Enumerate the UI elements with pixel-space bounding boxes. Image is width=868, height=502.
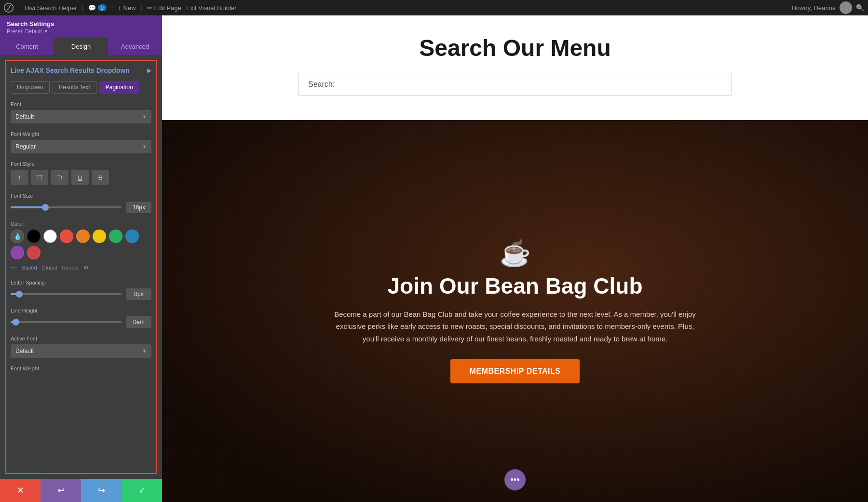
section-collapse-icon[interactable]: ▶ bbox=[147, 67, 151, 74]
font-weight-label: Font Weight bbox=[11, 131, 151, 137]
line-height-field-group: Line Height 0em bbox=[11, 308, 151, 328]
search-box[interactable]: Search: bbox=[298, 73, 732, 96]
color-settings-icon[interactable]: ⚙ bbox=[83, 264, 89, 271]
three-dots-fab[interactable]: ••• bbox=[504, 469, 526, 490]
color-tabs-row: ··· Saved Global Recent ⚙ bbox=[11, 263, 151, 272]
font-size-field-group: Font Size 16px bbox=[11, 193, 151, 213]
line-height-value[interactable]: 0em bbox=[126, 316, 151, 328]
font-weight2-label: Font Weight bbox=[11, 366, 151, 371]
admin-bar-left: | Divi Search Helper | 💬 0 | + New | ✏ E… bbox=[4, 3, 786, 13]
active-font-select[interactable]: Default bbox=[11, 344, 151, 358]
custom-swatch[interactable] bbox=[27, 246, 41, 259]
font-size-label: Font Size bbox=[11, 193, 151, 199]
sub-tab-dropdown[interactable]: Dropdown bbox=[11, 81, 50, 94]
orange-swatch[interactable] bbox=[76, 230, 90, 243]
sub-tab-results-text[interactable]: Results Text bbox=[53, 81, 96, 94]
panel-tabs: Content Design Advanced bbox=[0, 38, 162, 55]
red-swatch[interactable] bbox=[60, 230, 73, 243]
blue-swatch[interactable] bbox=[125, 230, 139, 243]
line-height-slider[interactable] bbox=[11, 321, 122, 323]
sub-tab-pagination[interactable]: Pagination bbox=[99, 81, 139, 94]
green-swatch[interactable] bbox=[109, 230, 122, 243]
save-button[interactable]: ✓ bbox=[122, 479, 162, 502]
coffee-title: Join Our Bean Bag Club bbox=[327, 274, 703, 298]
avatar bbox=[840, 1, 852, 14]
search-section: Search Our Menu Search: bbox=[162, 15, 868, 120]
undo-button[interactable]: ↩ bbox=[41, 479, 81, 502]
main-layout: Search Settings Preset: Default ▼ Conten… bbox=[0, 15, 868, 502]
purple-swatch[interactable] bbox=[11, 246, 24, 259]
admin-search-icon[interactable]: 🔍 bbox=[856, 4, 864, 12]
tab-content[interactable]: Content bbox=[0, 38, 54, 55]
font-weight-select-wrapper: Regular bbox=[11, 140, 151, 153]
font-select[interactable]: Default bbox=[11, 110, 151, 123]
color-tab-recent[interactable]: Recent bbox=[62, 265, 79, 271]
font-weight-select[interactable]: Regular bbox=[11, 140, 151, 153]
coffee-description: Become a part of our Bean Bag Club and t… bbox=[327, 308, 703, 345]
tab-advanced[interactable]: Advanced bbox=[108, 38, 162, 55]
admin-separator-4: | bbox=[140, 4, 142, 11]
active-font-select-wrapper: Default bbox=[11, 344, 151, 358]
coffee-section: ☕ Join Our Bean Bag Club Become a part o… bbox=[162, 120, 868, 502]
yellow-swatch[interactable] bbox=[93, 230, 106, 243]
letter-spacing-slider[interactable] bbox=[11, 293, 122, 295]
white-swatch[interactable] bbox=[43, 230, 57, 243]
font-size-slider-row: 16px bbox=[11, 202, 151, 213]
admin-separator-1: | bbox=[18, 4, 20, 11]
close-button[interactable]: ✕ bbox=[0, 479, 41, 502]
letter-spacing-label: Letter Spacing bbox=[11, 280, 151, 285]
color-tab-global[interactable]: Global bbox=[42, 265, 57, 271]
color-tab-saved[interactable]: Saved bbox=[22, 265, 37, 271]
tab-design[interactable]: Design bbox=[54, 38, 108, 55]
exit-builder-link[interactable]: Exit Visual Builder bbox=[186, 4, 237, 12]
wp-logo-icon[interactable] bbox=[4, 3, 14, 13]
line-height-slider-row: 0em bbox=[11, 316, 151, 328]
uppercase-button[interactable]: TT bbox=[31, 170, 48, 185]
right-content: Search Our Menu Search: ☕ Join Our Bean … bbox=[162, 15, 868, 502]
font-select-wrapper: Default bbox=[11, 110, 151, 123]
section-header: Live AJAX Search Results Dropdown ▶ bbox=[11, 67, 151, 74]
more-swatches-icon[interactable]: ··· bbox=[11, 263, 17, 272]
letter-spacing-value[interactable]: 0px bbox=[126, 288, 151, 300]
active-font-label: Active Font bbox=[11, 336, 151, 341]
font-field-group: Font Default bbox=[11, 101, 151, 123]
italic-button[interactable]: I bbox=[11, 170, 28, 185]
edit-page-link[interactable]: ✏ Edit Page bbox=[147, 4, 181, 12]
black-swatch[interactable] bbox=[27, 230, 41, 243]
redo-button[interactable]: ↪ bbox=[81, 479, 122, 502]
sub-tabs: Dropdown Results Text Pagination bbox=[11, 81, 151, 94]
panel-title: Search Settings bbox=[7, 20, 155, 27]
membership-button[interactable]: Membership Details bbox=[450, 359, 580, 383]
line-height-label: Line Height bbox=[11, 308, 151, 313]
new-link[interactable]: + New bbox=[118, 4, 136, 12]
letter-spacing-slider-row: 0px bbox=[11, 288, 151, 300]
admin-bar: | Divi Search Helper | 💬 0 | + New | ✏ E… bbox=[0, 0, 868, 15]
bottom-toolbar: ✕ ↩ ↪ ✓ bbox=[0, 479, 162, 502]
section-outline: Live AJAX Search Results Dropdown ▶ Drop… bbox=[5, 60, 157, 474]
font-label: Font bbox=[11, 101, 151, 107]
admin-separator-2: | bbox=[82, 4, 83, 11]
divi-search-helper-link[interactable]: Divi Search Helper bbox=[25, 4, 77, 12]
panel-header: Search Settings Preset: Default ▼ bbox=[0, 15, 162, 38]
search-heading: Search Our Menu bbox=[191, 35, 839, 61]
font-weight2-field-group: Font Weight bbox=[11, 366, 151, 371]
underline-button[interactable]: U bbox=[71, 170, 89, 185]
font-style-field-group: Font Style I TT Tt U S bbox=[11, 161, 151, 185]
left-panel: Search Settings Preset: Default ▼ Conten… bbox=[0, 15, 162, 502]
howdy-text: Howdy, Deanna bbox=[791, 4, 836, 12]
eyedropper-swatch[interactable]: 💧 bbox=[11, 230, 24, 243]
font-weight-field-group: Font Weight Regular bbox=[11, 131, 151, 153]
strikethrough-button[interactable]: S bbox=[92, 170, 109, 185]
font-size-value[interactable]: 16px bbox=[126, 202, 151, 213]
font-style-row: I TT Tt U S bbox=[11, 170, 151, 185]
capitalize-button[interactable]: Tt bbox=[51, 170, 68, 185]
admin-bar-right: Howdy, Deanna 🔍 bbox=[791, 1, 864, 14]
active-font-field-group: Active Font Default bbox=[11, 336, 151, 358]
letter-spacing-field-group: Letter Spacing 0px bbox=[11, 280, 151, 300]
color-swatches: 💧 bbox=[11, 230, 151, 259]
panel-preset[interactable]: Preset: Default ▼ bbox=[7, 28, 155, 34]
color-field-group: Color 💧 ··· Saved Global bbox=[11, 221, 151, 272]
font-size-slider[interactable] bbox=[11, 206, 122, 208]
comment-badge: 0 bbox=[98, 4, 107, 11]
comment-link[interactable]: 💬 0 bbox=[88, 4, 107, 12]
